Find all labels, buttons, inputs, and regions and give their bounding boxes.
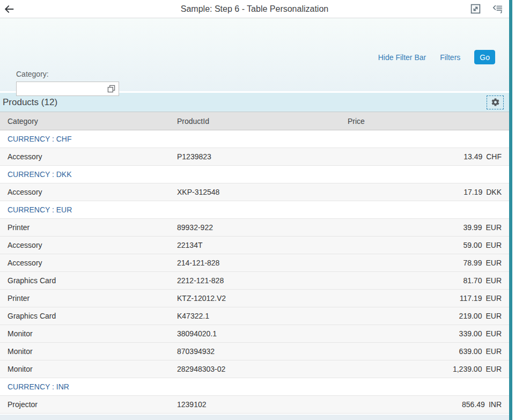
cell-productid: XKP-312548 xyxy=(172,188,343,196)
price-value: 856.49 xyxy=(462,400,485,409)
cell-productid: 1239102 xyxy=(172,400,343,409)
cell-price: 339.00EUR xyxy=(343,329,509,338)
cell-category: Projector xyxy=(0,400,172,409)
cell-price: 117.19EUR xyxy=(343,294,509,303)
price-value: 117.19 xyxy=(460,294,482,303)
app-window: Sample: Step 6 - Table Personalization xyxy=(0,0,515,420)
resize-button[interactable] xyxy=(470,3,481,14)
cell-productid: 214-121-828 xyxy=(172,259,343,267)
cell-productid: 282948303-02 xyxy=(172,365,343,373)
cell-category: Accessory xyxy=(0,188,172,196)
price-currency: EUR xyxy=(485,347,502,356)
table-column-header: Category ProductId Price xyxy=(0,112,509,130)
cell-price: 59.00EUR xyxy=(343,241,509,249)
table-row: AccessoryXKP-31254817.19DKK xyxy=(0,183,509,201)
price-currency: EUR xyxy=(485,312,502,320)
table-row: Monitor870394932639.00EUR xyxy=(0,343,509,360)
page-title: Sample: Step 6 - Table Personalization xyxy=(0,4,509,14)
table-body: CURRENCY : CHFAccessoryP123982313.49CHFC… xyxy=(0,130,509,414)
price-value: 13.49 xyxy=(464,152,482,161)
table-row: Printer89932-92239.99EUR xyxy=(0,219,509,237)
cell-price: 1,239.00EUR xyxy=(343,365,509,373)
table-row: Monitor38094020.1339.00EUR xyxy=(0,325,509,343)
price-currency: EUR xyxy=(485,259,502,267)
price-value: 339.00 xyxy=(459,329,482,338)
column-header-price: Price xyxy=(343,117,509,126)
cell-productid: 38094020.1 xyxy=(172,329,343,338)
go-button[interactable]: Go xyxy=(474,50,495,64)
cell-price: 78.99EUR xyxy=(343,259,509,267)
table-personalization-button[interactable] xyxy=(487,95,504,109)
cell-category: Monitor xyxy=(0,347,172,356)
filter-bar-actions: Hide Filter Bar Filters Go xyxy=(378,50,495,64)
category-input[interactable] xyxy=(17,85,104,93)
price-value: 1,239.00 xyxy=(453,365,482,373)
hide-filter-bar-link[interactable]: Hide Filter Bar xyxy=(378,53,426,62)
cell-category: Accessory xyxy=(0,259,172,267)
group-label: CURRENCY : EUR xyxy=(0,205,72,214)
gear-icon xyxy=(491,98,500,107)
cell-price: 17.19DKK xyxy=(343,188,509,196)
group-label: CURRENCY : CHF xyxy=(0,135,72,143)
column-header-productid: ProductId xyxy=(172,117,343,126)
table-group-row: CURRENCY : CHF xyxy=(0,130,509,148)
cell-productid: 89932-922 xyxy=(172,223,343,232)
page-background-strip xyxy=(0,415,509,420)
filters-link[interactable]: Filters xyxy=(440,53,460,62)
cell-category: Monitor xyxy=(0,365,172,373)
column-header-category: Category xyxy=(0,117,172,126)
header-actions xyxy=(470,3,509,15)
cell-category: Graphics Card xyxy=(0,312,172,320)
value-help-button[interactable] xyxy=(104,82,119,95)
cell-category: Accessory xyxy=(0,241,172,249)
group-label: CURRENCY : INR xyxy=(0,382,69,391)
price-value: 81.70 xyxy=(463,276,482,285)
table-row: Accessory22134T59.00EUR xyxy=(0,237,509,254)
category-filter-field xyxy=(16,82,119,96)
cell-category: Printer xyxy=(0,294,172,303)
table-row: AccessoryP123982313.49CHF xyxy=(0,148,509,166)
cell-category: Graphics Card xyxy=(0,276,172,285)
price-value: 639.00 xyxy=(459,347,482,356)
cell-productid: 870394932 xyxy=(172,347,343,356)
category-filter-label: Category: xyxy=(16,70,49,78)
table-group-row: CURRENCY : INR xyxy=(0,378,509,396)
products-table-panel: Products (12) Category ProductId Price C… xyxy=(0,93,509,414)
resize-diagonal-icon xyxy=(470,3,481,14)
filter-bar: Hide Filter Bar Filters Go Category: xyxy=(0,18,509,91)
show-code-icon xyxy=(492,3,504,15)
price-currency: INR xyxy=(489,400,502,409)
price-currency: DKK xyxy=(486,188,502,196)
cell-price: 39.99EUR xyxy=(343,223,509,232)
cell-price: 13.49CHF xyxy=(343,152,509,161)
cell-productid: P1239823 xyxy=(172,152,343,161)
cell-price: 81.70EUR xyxy=(343,276,509,285)
show-code-button[interactable] xyxy=(492,3,504,15)
cell-category: Accessory xyxy=(0,152,172,161)
table-row: Accessory214-121-82878.99EUR xyxy=(0,254,509,272)
cell-category: Monitor xyxy=(0,329,172,338)
group-label: CURRENCY : DKK xyxy=(0,170,72,179)
table-group-row: CURRENCY : DKK xyxy=(0,166,509,183)
price-value: 219.00 xyxy=(459,312,482,320)
value-help-icon xyxy=(107,85,115,93)
price-currency: EUR xyxy=(485,223,502,232)
table-group-row: CURRENCY : EUR xyxy=(0,201,509,219)
price-value: 39.99 xyxy=(463,223,482,232)
table-row: Projector1239102856.49INR xyxy=(0,396,509,414)
table-row: Monitor282948303-021,239.00EUR xyxy=(0,360,509,378)
cell-price: 219.00EUR xyxy=(343,312,509,320)
price-value: 17.19 xyxy=(464,188,482,196)
table-row: PrinterKTZ-12012.V2117.19EUR xyxy=(0,290,509,307)
cell-productid: 22134T xyxy=(172,241,343,249)
price-currency: CHF xyxy=(486,152,502,161)
cell-price: 856.49INR xyxy=(343,400,509,409)
cell-price: 639.00EUR xyxy=(343,347,509,356)
price-currency: EUR xyxy=(485,241,502,249)
cell-productid: 2212-121-828 xyxy=(172,276,343,285)
accent-stripe xyxy=(509,0,512,420)
price-currency: EUR xyxy=(485,294,502,303)
price-currency: EUR xyxy=(485,329,502,338)
page-header: Sample: Step 6 - Table Personalization xyxy=(0,0,509,18)
table-title: Products (12) xyxy=(3,97,57,108)
